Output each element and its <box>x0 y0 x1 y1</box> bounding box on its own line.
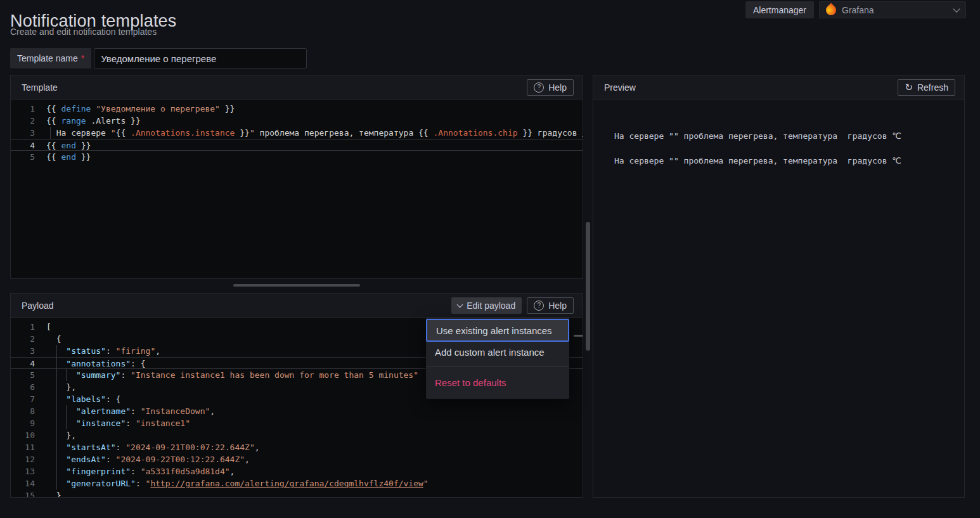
line-number: 3 <box>11 345 46 357</box>
notification-templates-page: Notification templates Create and edit n… <box>0 0 980 518</box>
refresh-button[interactable]: ↻ Refresh <box>898 79 955 96</box>
refresh-icon: ↻ <box>905 82 913 92</box>
code-line[interactable]: 5{{ end }} <box>11 151 583 163</box>
preview-line: На сервере "" проблема перегрева, темпер… <box>614 156 964 165</box>
template-help-button[interactable]: ? Help <box>527 79 574 96</box>
alertmanager-select[interactable]: Grafana <box>819 1 966 18</box>
line-content: {{ end }} <box>46 139 91 150</box>
alertmanager-selected-value: Grafana <box>842 5 948 15</box>
line-content: {{ end }} <box>46 151 91 163</box>
line-content: "alertname": "InstanceDown", <box>46 405 215 417</box>
alertmanager-label: Alertmanager <box>745 1 814 18</box>
payload-help-button[interactable]: ? Help <box>527 297 574 314</box>
line-content: }, <box>46 381 76 393</box>
template-panel-header: Template ? Help <box>11 75 583 100</box>
line-number: 12 <box>11 453 46 465</box>
line-content: "endsAt": "2024-09-22T00:12:22.644Z", <box>46 453 250 465</box>
grafana-logo-icon <box>824 3 839 17</box>
line-number: 8 <box>11 405 46 417</box>
line-content: "summary": "Instance instance1 has been … <box>46 369 418 381</box>
preview-panel-header: Preview ↻ Refresh <box>593 75 964 100</box>
line-number: 3 <box>11 127 46 139</box>
line-content: { <box>46 333 61 345</box>
preview-panel-title: Preview <box>604 82 636 93</box>
line-number: 1 <box>11 321 46 333</box>
vertical-scrollbar-thumb[interactable] <box>586 222 590 351</box>
line-content: }, <box>46 489 66 497</box>
line-content: "labels": { <box>46 393 120 405</box>
preview-output: На сервере "" проблема перегрева, темпер… <box>593 100 964 497</box>
line-number: 1 <box>11 103 46 115</box>
line-content: "status": "firing", <box>46 345 160 357</box>
code-line[interactable]: 10 }, <box>11 429 583 441</box>
line-number: 11 <box>11 441 46 453</box>
line-number: 4 <box>11 139 46 150</box>
line-number: 2 <box>11 333 46 345</box>
indent-guide <box>56 345 57 489</box>
line-number: 2 <box>11 115 46 127</box>
line-number: 6 <box>11 381 46 393</box>
line-number: 15 <box>11 489 46 497</box>
overview-ruler-mark <box>574 335 583 337</box>
edit-payload-button[interactable]: Edit payload <box>451 297 522 314</box>
code-line[interactable]: 11 "startsAt": "2024-09-21T00:07:22.644Z… <box>11 441 583 453</box>
menu-divider <box>426 366 569 367</box>
indent-guide <box>66 369 67 381</box>
template-name-field: Template name * <box>10 48 307 68</box>
template-name-label: Template name * <box>10 48 91 68</box>
line-content: "annotations": { <box>46 358 146 368</box>
preview-panel: Preview ↻ Refresh На сервере "" проблема… <box>593 75 965 498</box>
line-number: 5 <box>11 369 46 381</box>
page-subtitle: Create and edit notification templates <box>10 27 157 37</box>
question-circle-icon: ? <box>534 82 544 93</box>
template-panel-title: Template <box>22 82 58 93</box>
template-panel: Template ? Help 1{{ define "Уведомление … <box>10 75 583 279</box>
chevron-down-icon <box>953 5 960 12</box>
line-content: }, <box>46 429 76 441</box>
line-content: На сервере "{{ .Annotations.instance }}"… <box>46 127 583 139</box>
line-content: {{ range .Alerts }} <box>46 115 141 127</box>
indent-guide <box>50 127 51 139</box>
line-number: 9 <box>11 417 46 429</box>
code-line[interactable]: 13 "fingerprint": "a5331f0d5a9d81d4", <box>11 465 583 477</box>
line-number: 5 <box>11 151 46 163</box>
line-content: {{ define "Уведомление о перегреве" }} <box>46 103 235 115</box>
line-content: "startsAt": "2024-09-21T00:07:22.644Z", <box>46 441 260 453</box>
code-line[interactable]: 14 "generatorURL": "http://grafana.com/a… <box>11 477 583 489</box>
question-circle-icon: ? <box>534 301 544 311</box>
code-line[interactable]: 1{{ define "Уведомление о перегреве" }} <box>11 103 583 115</box>
code-line[interactable]: 4{{ end }} <box>11 139 583 151</box>
menu-item-reset-to-defaults[interactable]: Reset to defaults <box>426 372 569 392</box>
line-number: 14 <box>11 477 46 489</box>
indent-guide <box>66 405 67 429</box>
payload-panel-header: Payload Edit payload ? Help <box>11 294 583 318</box>
line-number: 13 <box>11 465 46 477</box>
menu-item-use-existing-alert-instances[interactable]: Use existing alert instances <box>426 319 569 342</box>
payload-panel-title: Payload <box>22 301 54 311</box>
code-line[interactable]: 12 "endsAt": "2024-09-22T00:12:22.644Z", <box>11 453 583 465</box>
line-number: 10 <box>11 429 46 441</box>
line-content: "fingerprint": "a5331f0d5a9d81d4", <box>46 465 235 477</box>
line-content: "instance": "instance1" <box>46 417 190 429</box>
line-number: 4 <box>11 358 46 368</box>
line-content: [ <box>46 321 51 333</box>
panel-resize-handle[interactable] <box>233 284 360 287</box>
line-number: 7 <box>11 393 46 405</box>
required-mark: * <box>81 53 84 63</box>
code-line[interactable]: 9 "instance": "instance1" <box>11 417 583 429</box>
chevron-down-icon <box>457 302 463 308</box>
edit-payload-menu: Use existing alert instances Add custom … <box>426 317 569 399</box>
template-name-input[interactable] <box>94 48 307 68</box>
code-line[interactable]: 8 "alertname": "InstanceDown", <box>11 405 583 417</box>
code-line[interactable]: 15 }, <box>11 489 583 497</box>
line-content: "generatorURL": "http://grafana.com/aler… <box>46 477 429 489</box>
alertmanager-picker: Alertmanager Grafana <box>745 1 966 18</box>
template-code-editor[interactable]: 1{{ define "Уведомление о перегреве" }}2… <box>11 100 583 278</box>
menu-item-add-custom-alert-instance[interactable]: Add custom alert instance <box>426 342 569 362</box>
code-line[interactable]: 2{{ range .Alerts }} <box>11 115 583 127</box>
code-line[interactable]: 3 На сервере "{{ .Annotations.instance }… <box>11 127 583 139</box>
preview-line: На сервере "" проблема перегрева, темпер… <box>614 131 964 141</box>
